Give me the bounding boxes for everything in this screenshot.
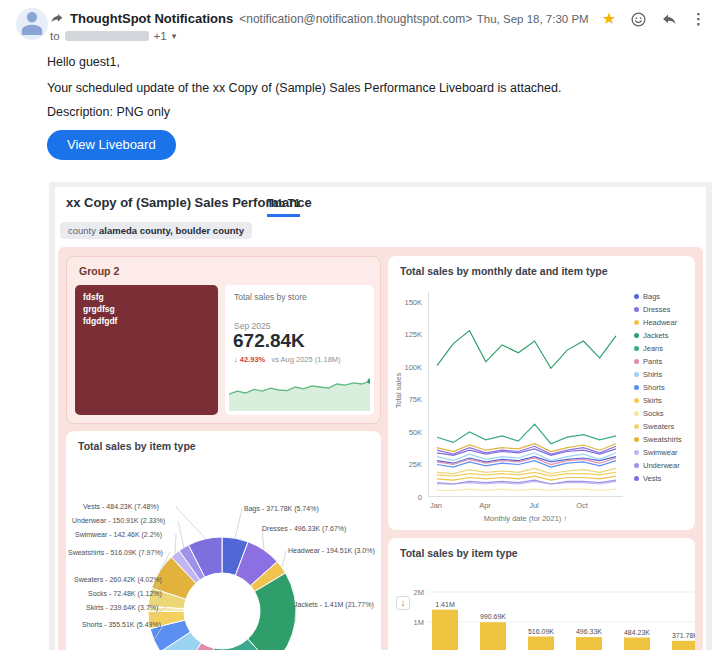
description-text: Description: PNG only (47, 105, 170, 119)
legend-item-pants: Pants (634, 355, 682, 368)
donut-label-underwear: Underwear - 150.91K (2.33%) (72, 517, 165, 524)
legend-item-shirts: Shirts (634, 368, 682, 381)
legend-item-headwear: Headwear (634, 316, 682, 329)
legend-item-dresses: Dresses (634, 303, 682, 316)
donut-label-bags: Bags - 371.78K (5.74%) (244, 505, 319, 512)
note-line: grgdfsg (83, 304, 210, 316)
line-series-headwear (437, 476, 616, 480)
chart-legend: BagsDressesHeadwearJacketsJeansPantsShir… (634, 290, 682, 485)
legend-item-jeans: Jeans (634, 342, 682, 355)
legend-label: Jackets (643, 331, 668, 340)
legend-item-socks: Socks (634, 407, 682, 420)
x-axis-tick: Oct (567, 501, 597, 510)
note-line: fdgdfgdf (83, 316, 210, 328)
kpi-value: 672.84K (233, 330, 305, 352)
donut-label-shorts: Shorts - 355.51K (5.49%) (82, 621, 161, 628)
sender-email: <notification@notification.thoughtspot.c… (239, 12, 472, 26)
line-series-jeans (437, 424, 616, 444)
line-x-axis-title: Monthly date (for 2021) ↑ (428, 514, 623, 523)
legend-label: Jeans (643, 344, 663, 353)
email-date: Thu, Sep 18, 7:30 PM (477, 13, 589, 25)
delta-percent: 42.93% (240, 355, 265, 364)
legend-item-jackets: Jackets (634, 329, 682, 342)
more-options-icon[interactable]: ⋮ (691, 10, 706, 28)
sender-avatar[interactable] (16, 8, 48, 40)
legend-dot (634, 411, 639, 416)
legend-label: Sweaters (643, 422, 674, 431)
filter-value: alameda county, boulder county (99, 225, 244, 236)
show-details-icon[interactable]: ▾ (172, 31, 177, 41)
legend-dot (634, 333, 639, 338)
y-axis-tick: 2M (406, 588, 424, 597)
legend-item-vests: Vests (634, 472, 682, 485)
legend-dot (634, 307, 639, 312)
donut-label-sweatshirts: Sweatshirts - 516.09K (7.97%) (68, 549, 163, 556)
forwarded-icon (50, 12, 64, 26)
donut-chart-card: Total sales by item type Vests - 484.23K… (66, 431, 381, 650)
donut-chart (66, 431, 381, 650)
sort-ascending-icon: ↑ (563, 514, 567, 523)
liveboard-tab: Tab T1 (267, 197, 300, 217)
recipients-more: +1 (154, 30, 167, 42)
line-chart-title: Total sales by monthly date and item typ… (400, 265, 608, 277)
line-series-skirts (437, 472, 616, 476)
legend-dot (634, 437, 639, 442)
legend-item-shorts: Shorts (634, 381, 682, 394)
kpi-title: Total sales by store (234, 292, 307, 302)
x-axis-tick: Jan (421, 501, 451, 510)
delta-compare: vs Aug 2025 (1.18M) (271, 355, 340, 364)
sort-descending-icon: ↓ (396, 596, 410, 610)
add-reaction-icon[interactable] (629, 10, 647, 28)
bar-2 (528, 637, 554, 650)
sender-name: ThoughtSpot Notifications (70, 11, 233, 26)
legend-label: Shirts (643, 370, 662, 379)
legend-dot (634, 476, 639, 481)
legend-dot (634, 463, 639, 468)
x-axis-tick: Jul (519, 501, 549, 510)
group-2-card: Group 2 fdsfg grgdfsg fdgdfgdf Total sal… (66, 256, 381, 424)
legend-dot (634, 398, 639, 403)
legend-dot (634, 320, 639, 325)
group-2-title: Group 2 (79, 265, 119, 277)
legend-label: Vests (643, 474, 661, 483)
legend-dot (634, 450, 639, 455)
legend-dot (634, 372, 639, 377)
legend-label: Bags (643, 292, 660, 301)
bar-0 (432, 610, 458, 650)
line-series-socks (437, 489, 616, 490)
filter-chip: countyalameda county, boulder county (60, 222, 252, 239)
legend-dot (634, 294, 639, 299)
legend-item-skirts: Skirts (634, 394, 682, 407)
legend-label: Headwear (643, 318, 677, 327)
attachment-preview[interactable]: xx Copy of (Sample) Sales Performance Ta… (49, 182, 712, 650)
view-liveboard-button[interactable]: View Liveboard (47, 130, 176, 160)
star-icon[interactable]: ★ (602, 11, 616, 27)
x-axis-tick: Apr (470, 501, 500, 510)
bar-value-label: 990.69K (480, 613, 506, 620)
pinned-charts-section: Group 2 fdsfg grgdfsg fdgdfgdf Total sal… (58, 247, 703, 650)
kpi-sparkline (229, 367, 370, 411)
y-axis-tick: 1M (406, 618, 424, 627)
donut-label-socks: Socks - 72.48K (1.12%) (88, 590, 162, 597)
legend-item-underwear: Underwear (634, 459, 682, 472)
legend-item-sweaters: Sweaters (634, 420, 682, 433)
legend-label: Underwear (643, 461, 680, 470)
legend-label: Pants (643, 357, 662, 366)
reply-icon[interactable] (660, 10, 678, 28)
bar-chart: 1.41M990.69K516.09K496.33K484.23K371.78K (428, 578, 695, 650)
kpi-card: Total sales by store Sep 2025 672.84K ↓ … (225, 285, 374, 415)
delta-down-arrow-icon: ↓ (234, 355, 238, 364)
legend-label: Sweatshirts (643, 435, 682, 444)
donut-label-vests: Vests - 484.23K (7.48%) (83, 503, 159, 510)
sparkline-area (229, 381, 370, 411)
donut-label-dresses: Dresses - 496.33K (7.67%) (262, 525, 346, 532)
y-axis-tick: 0 (396, 493, 422, 502)
donut-label-headwear: Headwear - 194.51K (3.0%) (288, 547, 375, 554)
body-text: Your scheduled update of the xx Copy of … (47, 81, 561, 95)
legend-label: Socks (643, 409, 663, 418)
y-axis-tick: 125K (396, 330, 422, 339)
bar-value-label: 496.33K (576, 628, 602, 635)
y-axis-tick: 75K (396, 395, 422, 404)
legend-label: Dresses (643, 305, 671, 314)
kpi-delta: ↓ 42.93% vs Aug 2025 (1.18M) (234, 355, 341, 364)
